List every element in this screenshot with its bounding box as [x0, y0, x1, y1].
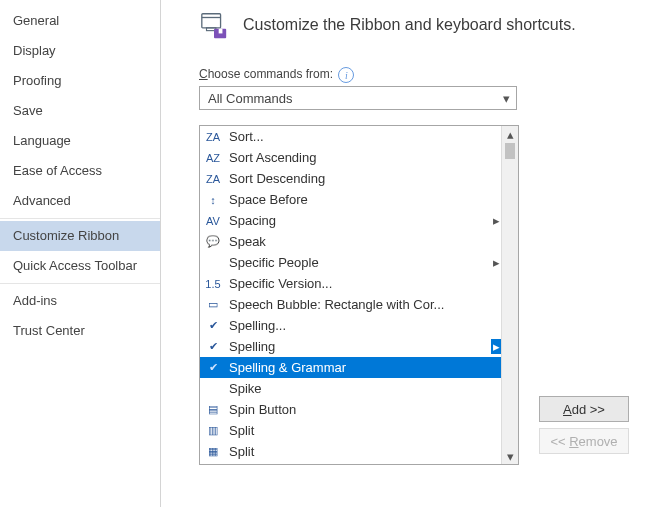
scroll-up-icon[interactable]: ▴ — [502, 126, 518, 142]
list-item[interactable]: ▦Split — [200, 441, 501, 462]
command-label: Spin Button — [229, 402, 483, 417]
divider — [0, 283, 160, 284]
command-label: Split — [229, 444, 483, 459]
sidebar-item-customize-ribbon[interactable]: Customize Ribbon — [0, 221, 160, 251]
command-icon: ▤ — [205, 402, 221, 418]
sidebar-item-general[interactable]: General — [0, 6, 160, 36]
command-icon: ▦ — [205, 444, 221, 460]
command-icon: ▥ — [205, 423, 221, 439]
sidebar-item-save[interactable]: Save — [0, 96, 160, 126]
command-icon — [205, 381, 221, 397]
list-item[interactable]: ▤Spin Button — [200, 399, 501, 420]
choose-label: Choose commands from: i — [199, 66, 645, 82]
list-item[interactable]: ▦Split Cells... — [200, 462, 501, 464]
category-sidebar: GeneralDisplayProofingSaveLanguageEase o… — [0, 0, 161, 507]
svg-rect-4 — [219, 29, 223, 34]
combo-value: All Commands — [208, 91, 293, 106]
command-label: Speech Bubble: Rectangle with Cor... — [229, 297, 483, 312]
scroll-down-icon[interactable]: ▾ — [502, 448, 518, 464]
list-item[interactable]: 1.5Specific Version... — [200, 273, 501, 294]
chevron-down-icon: ▾ — [503, 91, 510, 106]
command-label: Spike — [229, 381, 483, 396]
list-item[interactable]: ✔Spelling & Grammar — [200, 357, 501, 378]
list-item[interactable]: ↕Space Before — [200, 189, 501, 210]
command-label: Specific Version... — [229, 276, 483, 291]
command-label: Space Before — [229, 192, 483, 207]
submenu-arrow-icon: ▸ — [491, 339, 501, 354]
command-icon: ✔ — [205, 339, 221, 355]
sidebar-item-display[interactable]: Display — [0, 36, 160, 66]
command-icon: AV — [205, 213, 221, 229]
command-icon: ▭ — [205, 297, 221, 313]
command-icon: 1.5 — [205, 276, 221, 292]
submenu-arrow-icon: ▸ — [491, 255, 501, 270]
command-icon: AZ — [205, 150, 221, 166]
list-item[interactable]: AVSpacing▸ — [200, 210, 501, 231]
command-icon: ✔ — [205, 318, 221, 334]
submenu-arrow-icon: ▸ — [491, 213, 501, 228]
choose-commands-combo[interactable]: All Commands ▾ — [199, 86, 517, 110]
scrollbar[interactable]: ▴ ▾ — [501, 126, 518, 464]
sidebar-item-language[interactable]: Language — [0, 126, 160, 156]
remove-button: << Remove — [539, 428, 629, 454]
sidebar-item-add-ins[interactable]: Add-ins — [0, 286, 160, 316]
divider — [0, 218, 160, 219]
sidebar-item-quick-access-toolbar[interactable]: Quick Access Toolbar — [0, 251, 160, 281]
transfer-buttons: Add >> << Remove — [539, 396, 629, 454]
command-icon: ↕ — [205, 192, 221, 208]
header: Customize the Ribbon and keyboard shortc… — [199, 10, 645, 40]
list-item[interactable]: Spike — [200, 378, 501, 399]
command-label: Sort... — [229, 129, 483, 144]
command-label: Sort Ascending — [229, 150, 483, 165]
main-icon — [199, 10, 229, 40]
command-label: Specific People — [229, 255, 483, 270]
command-label: Split — [229, 423, 483, 438]
command-label: Spelling — [229, 339, 483, 354]
sidebar-item-ease-of-access[interactable]: Ease of Access — [0, 156, 160, 186]
sidebar-item-trust-center[interactable]: Trust Center — [0, 316, 160, 346]
list-item[interactable]: Specific People▸ — [200, 252, 501, 273]
list-item[interactable]: ▥Split — [200, 420, 501, 441]
add-button[interactable]: Add >> — [539, 396, 629, 422]
command-icon — [205, 255, 221, 271]
page-title: Customize the Ribbon and keyboard shortc… — [243, 16, 576, 34]
list-item[interactable]: ZASort... — [200, 126, 501, 147]
main-pane: Customize the Ribbon and keyboard shortc… — [161, 0, 649, 507]
command-label: Spelling... — [229, 318, 483, 333]
command-label: Speak — [229, 234, 483, 249]
list-item[interactable]: ✔Spelling... — [200, 315, 501, 336]
command-icon: ZA — [205, 171, 221, 187]
list-item[interactable]: ✔Spelling▸ — [200, 336, 501, 357]
list-item[interactable]: ▭Speech Bubble: Rectangle with Cor... — [200, 294, 501, 315]
command-icon: 💬 — [205, 234, 221, 250]
options-dialog: GeneralDisplayProofingSaveLanguageEase o… — [0, 0, 649, 507]
command-icon: ✔ — [205, 360, 221, 376]
command-label: Spelling & Grammar — [229, 360, 483, 375]
command-label: Sort Descending — [229, 171, 483, 186]
list-item[interactable]: AZSort Ascending — [200, 147, 501, 168]
sidebar-item-proofing[interactable]: Proofing — [0, 66, 160, 96]
list-item[interactable]: 💬Speak — [200, 231, 501, 252]
svg-rect-0 — [202, 14, 221, 28]
scroll-thumb[interactable] — [505, 143, 515, 159]
info-icon[interactable]: i — [338, 67, 354, 83]
sidebar-item-advanced[interactable]: Advanced — [0, 186, 160, 216]
command-listbox[interactable]: ZASort...AZSort AscendingZASort Descendi… — [199, 125, 519, 465]
command-label: Spacing — [229, 213, 483, 228]
list-item[interactable]: ZASort Descending — [200, 168, 501, 189]
command-icon: ZA — [205, 129, 221, 145]
